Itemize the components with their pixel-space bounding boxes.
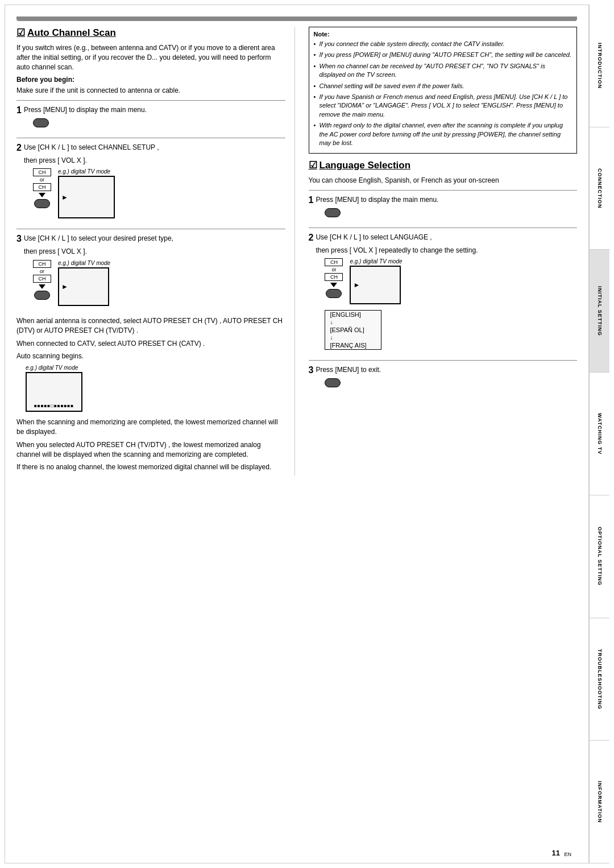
step-3-screen-area: e.g.) digital TV mode ►	[58, 260, 110, 306]
sidebar: INTRODUCTION CONNECTION INITIAL SETTING …	[589, 5, 609, 863]
ch-up-label-3: CH	[33, 260, 51, 268]
lang-menu-button-3	[325, 378, 341, 387]
scan-progress-diagram: e.g.) digital TV mode ■■■■■□■■■■■■	[26, 365, 285, 412]
lang-step-2: 2 Use [CH K / L ] to select LANGUAGE , t…	[309, 233, 578, 356]
menu-button-2	[34, 199, 50, 208]
lang-arrow-1: ↓	[330, 319, 333, 325]
lang-francais: [FRANÇ AIS]	[330, 342, 366, 349]
tv-screen-3: ►	[58, 267, 109, 306]
francais-label: [FRANÇ AIS]	[330, 342, 366, 349]
lang-step-1-content: Press [MENU] to display the main menu.	[316, 195, 577, 223]
arrow-down-3	[39, 284, 45, 289]
eg-label-2: e.g.) digital TV mode	[58, 168, 115, 175]
step-2-num: 2	[16, 143, 22, 153]
auto-channel-scan-title: ☑ Auto Channel Scan	[16, 27, 285, 39]
before-begin-title: Before you begin:	[16, 75, 285, 85]
step-2-text: Use [CH K / L ] to select CHANNEL SETUP …	[24, 143, 285, 152]
remote-1	[33, 118, 49, 127]
step-3-content: Use [CH K / L ] to select your desired p…	[24, 234, 285, 312]
page-number: 11	[552, 849, 560, 857]
step-3-sub: then press [ VOL X ].	[24, 247, 285, 257]
step3-body1: When aerial antenna is connected, select…	[16, 316, 285, 336]
step3-body3: Auto scanning begins.	[16, 352, 285, 361]
language-selection-title: ☑ Language Selection	[309, 159, 578, 171]
step-3: 3 Use [CH K / L ] to select your desired…	[16, 234, 285, 312]
eg-label-3: e.g.) digital TV mode	[58, 260, 110, 266]
bottom-text-3: If there is no analog channel, the lowes…	[16, 462, 285, 472]
divider-2	[16, 138, 285, 138]
divider-3	[16, 229, 285, 229]
ch-down-label: CH	[33, 183, 51, 191]
sidebar-troubleshooting: TROUBLESHOOTING	[590, 618, 609, 741]
lang-eg-label: e.g.) digital TV mode	[350, 258, 402, 264]
note-item-6: With regard only to the digital channel,…	[314, 121, 572, 147]
step-1-content: Press [MENU] to display the main menu.	[24, 105, 285, 133]
bottom-text-1: When the scanning and memorizing are com…	[16, 418, 285, 437]
checkbox-mark: ☑	[16, 27, 25, 39]
down-arrow-1: ↓	[330, 319, 333, 325]
or-label-3: or	[40, 268, 44, 274]
lang-list-diagram: [ENGLISH] ↓ [ESPAÑ OL] ↓	[325, 310, 577, 350]
left-column: ☑ Auto Channel Scan If you switch wires …	[16, 27, 295, 476]
sidebar-connection: CONNECTION	[590, 127, 609, 250]
sidebar-optional-setting: OPTIONAL SETTING	[590, 495, 609, 618]
main-content: ☑ Auto Channel Scan If you switch wires …	[5, 5, 589, 863]
lang-screen-area: e.g.) digital TV mode ►	[350, 258, 402, 304]
before-begin-detail: Make sure if the unit is connected to an…	[16, 86, 285, 96]
lang-remote-3	[325, 378, 341, 387]
top-bar	[16, 16, 577, 21]
lang-step-2-text: Use [CH K / L ] to select LANGUAGE ,	[316, 233, 577, 242]
intro-text: If you switch wires (e.g., between anten…	[16, 43, 285, 72]
bottom-text-2: When you selected AUTO PRESET CH (TV/DTV…	[16, 440, 285, 460]
lang-step-1-num: 1	[309, 195, 314, 205]
step-2-screen-area: e.g.) digital TV mode ►	[58, 168, 115, 218]
lang-or-label: or	[331, 267, 336, 272]
ch-down-label-3: CH	[33, 275, 51, 283]
lang-step-3-diagram	[325, 378, 577, 387]
lang-step-3-content: Press [MENU] to exit.	[316, 365, 577, 393]
note-item-2: If you press [POWER] or [MENU] during "A…	[314, 51, 572, 59]
lang-step-2-sub: then press [ VOL X ] repeatedly to chang…	[316, 246, 577, 255]
lang-divider-2	[309, 228, 578, 228]
english-label: [ENGLISH]	[330, 311, 360, 318]
lang-checkbox-mark: ☑	[309, 159, 317, 171]
lang-step-1-text: Press [MENU] to display the main menu.	[316, 195, 577, 205]
lang-menu-button-1	[325, 208, 341, 217]
lang-ch-up: CH	[325, 258, 343, 266]
step-3-num: 3	[16, 234, 22, 244]
scan-screen-area: e.g.) digital TV mode ■■■■■□■■■■■■	[26, 365, 82, 412]
lang-remote-1	[325, 208, 341, 217]
eg-label-scan: e.g.) digital TV mode	[26, 365, 82, 371]
lang-step-3-text: Press [MENU] to exit.	[316, 365, 577, 375]
step-1-num: 1	[16, 105, 22, 115]
or-label-2: or	[40, 177, 44, 183]
step-3-diagram: CH or CH e.g.) digital TV mode ►	[33, 260, 285, 306]
note-item-1: If you connect the cable system directly…	[314, 40, 572, 48]
step-2: 2 Use [CH K / L ] to select CHANNEL SETU…	[16, 143, 285, 225]
arrow-down-2	[39, 193, 45, 197]
sidebar-initial-setting: INITIAL SETTING	[590, 250, 609, 373]
step-1-text: Press [MENU] to display the main menu.	[24, 105, 285, 115]
step-1: 1 Press [MENU] to display the main menu.	[16, 105, 285, 133]
lang-tv-arrow: ►	[353, 281, 360, 289]
lang-intro: You can choose English, Spanish, or Fren…	[309, 176, 578, 185]
lang-english: [ENGLISH]	[330, 311, 360, 318]
espanol-label: [ESPAÑ OL]	[330, 326, 364, 333]
note-box: Note: If you connect the cable system di…	[309, 27, 578, 154]
tv-screen-2: ►	[58, 176, 115, 218]
menu-button-3	[34, 291, 50, 300]
note-item-3: When no channel can be received by "AUTO…	[314, 62, 572, 80]
lang-step-3-num: 3	[309, 365, 314, 375]
note-title: Note:	[314, 31, 572, 38]
progress-dots: ■■■■■□■■■■■■	[34, 403, 74, 408]
lang-ch-down: CH	[325, 273, 343, 281]
lang-ch-controls: CH or CH	[325, 258, 343, 298]
sidebar-introduction: INTRODUCTION	[590, 5, 609, 127]
note-item-5: If you have Spanish or French menus and …	[314, 93, 572, 119]
step-2-content: Use [CH K / L ] to select CHANNEL SETUP …	[24, 143, 285, 225]
note-item-4: Channel setting will be saved even if th…	[314, 82, 572, 90]
tv-arrow-3: ►	[61, 283, 68, 291]
lang-step-3: 3 Press [MENU] to exit.	[309, 365, 578, 393]
lang-tv-screen: ►	[350, 266, 401, 304]
divider-1	[16, 100, 285, 101]
